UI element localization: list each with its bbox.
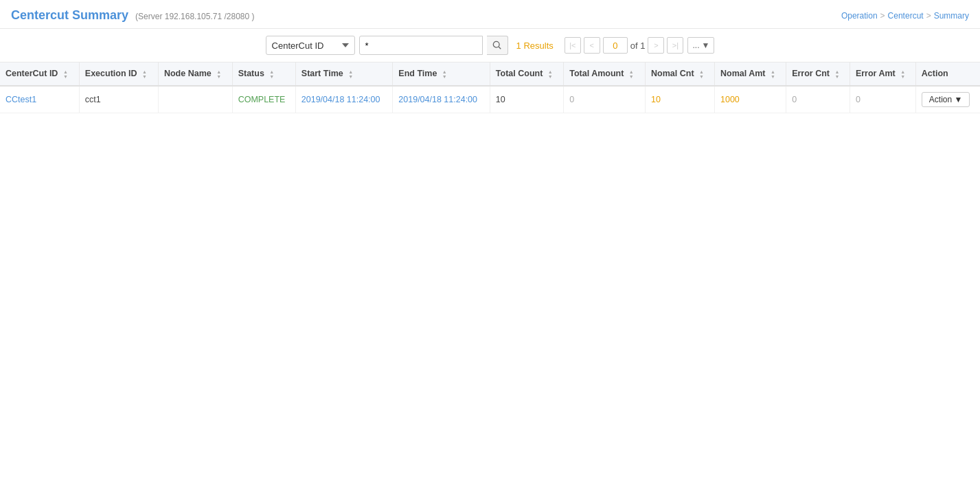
- sort-icon-error-amt: ▲▼: [900, 69, 905, 79]
- col-centercut-id[interactable]: CenterCut ID ▲▼: [0, 62, 79, 86]
- col-settings-arrow-icon: ▼: [702, 41, 710, 50]
- pag-first-btn[interactable]: |<: [565, 37, 581, 54]
- col-total-count[interactable]: Total Count ▲▼: [490, 62, 563, 86]
- sort-icon-total-amount: ▲▼: [629, 69, 634, 79]
- sort-icon-centercut-id: ▲▼: [63, 69, 68, 79]
- cell-execution-id: cct1: [79, 86, 158, 113]
- col-action: Action: [915, 62, 980, 86]
- cell-end-time[interactable]: 2019/04/18 11:24:00: [393, 86, 490, 113]
- pag-of-label: of 1: [630, 41, 646, 51]
- sort-icon-end-time: ▲▼: [442, 69, 447, 79]
- sort-icon-execution-id: ▲▼: [142, 69, 147, 79]
- breadcrumb-operation[interactable]: Operation: [841, 11, 878, 21]
- table-container: CenterCut ID ▲▼ Execution ID ▲▼ Node Nam…: [0, 62, 980, 113]
- cell-node-name: [158, 86, 232, 113]
- cell-action: Action ▼: [915, 86, 980, 113]
- col-error-amt[interactable]: Error Amt ▲▼: [850, 62, 915, 86]
- cell-nomal-cnt: 10: [646, 86, 715, 113]
- sort-icon-start-time: ▲▼: [348, 69, 353, 79]
- sort-icon-error-cnt: ▲▼: [835, 69, 840, 79]
- col-total-amount[interactable]: Total Amount ▲▼: [564, 62, 646, 86]
- cell-error-cnt: 0: [786, 86, 850, 113]
- column-settings-button[interactable]: ... ▼: [687, 37, 714, 54]
- pag-prev-btn[interactable]: <: [584, 37, 600, 54]
- server-info: (Server 192.168.105.71 /28080 ): [135, 12, 254, 21]
- breadcrumb-current: Summary: [934, 11, 969, 21]
- breadcrumb-centercut[interactable]: Centercut: [888, 11, 924, 21]
- page-header: Centercut Summary (Server 192.168.105.71…: [0, 0, 980, 29]
- col-nomal-amt[interactable]: Nomal Amt ▲▼: [714, 62, 786, 86]
- search-button[interactable]: [487, 36, 508, 55]
- col-settings-label: ...: [692, 41, 699, 50]
- table-row: CCtest1cct1COMPLETE2019/04/18 11:24:0020…: [0, 86, 980, 113]
- main-table: CenterCut ID ▲▼ Execution ID ▲▼ Node Nam…: [0, 62, 980, 113]
- page-title: Centercut Summary: [11, 8, 128, 23]
- cell-start-time[interactable]: 2019/04/18 11:24:00: [295, 86, 393, 113]
- search-select[interactable]: CenterCut ID Execution ID Node Name Stat…: [266, 36, 355, 55]
- table-body: CCtest1cct1COMPLETE2019/04/18 11:24:0020…: [0, 86, 980, 113]
- sort-icon-nomal-amt: ▲▼: [771, 69, 775, 79]
- sort-icon-node-name: ▲▼: [216, 69, 221, 79]
- cell-total-amount: 0: [564, 86, 646, 113]
- table-header: CenterCut ID ▲▼ Execution ID ▲▼ Node Nam…: [0, 62, 980, 86]
- pag-last-btn[interactable]: >|: [667, 37, 683, 54]
- cell-total-count: 10: [490, 86, 563, 113]
- col-error-cnt[interactable]: Error Cnt ▲▼: [786, 62, 850, 86]
- col-node-name[interactable]: Node Name ▲▼: [158, 62, 232, 86]
- pag-page-input[interactable]: [603, 37, 628, 54]
- breadcrumb: Operation > Centercut > Summary: [841, 11, 969, 21]
- sort-icon-nomal-cnt: ▲▼: [699, 69, 704, 79]
- pagination: |< < of 1 > >|: [565, 37, 684, 54]
- search-icon: [492, 41, 502, 50]
- svg-point-0: [493, 41, 499, 47]
- results-label: 1 Results: [516, 41, 554, 51]
- cell-status: COMPLETE: [232, 86, 295, 113]
- breadcrumb-sep-1: >: [880, 11, 885, 21]
- action-button[interactable]: Action ▼: [922, 92, 970, 107]
- toolbar: CenterCut ID Execution ID Node Name Stat…: [0, 29, 980, 62]
- cell-centercut-id[interactable]: CCtest1: [0, 86, 79, 113]
- breadcrumb-sep-2: >: [926, 11, 931, 21]
- cell-error-amt: 0: [850, 86, 915, 113]
- col-end-time[interactable]: End Time ▲▼: [393, 62, 490, 86]
- sort-icon-total-count: ▲▼: [548, 69, 553, 79]
- col-start-time[interactable]: Start Time ▲▼: [295, 62, 393, 86]
- col-status[interactable]: Status ▲▼: [232, 62, 295, 86]
- search-input[interactable]: [359, 36, 483, 55]
- sort-icon-status: ▲▼: [269, 69, 274, 79]
- col-nomal-cnt[interactable]: Nomal Cnt ▲▼: [646, 62, 715, 86]
- header-left: Centercut Summary (Server 192.168.105.71…: [11, 8, 255, 23]
- svg-line-1: [499, 47, 501, 49]
- cell-nomal-amt: 1000: [714, 86, 786, 113]
- pag-next-btn[interactable]: >: [648, 37, 664, 54]
- col-execution-id[interactable]: Execution ID ▲▼: [79, 62, 158, 86]
